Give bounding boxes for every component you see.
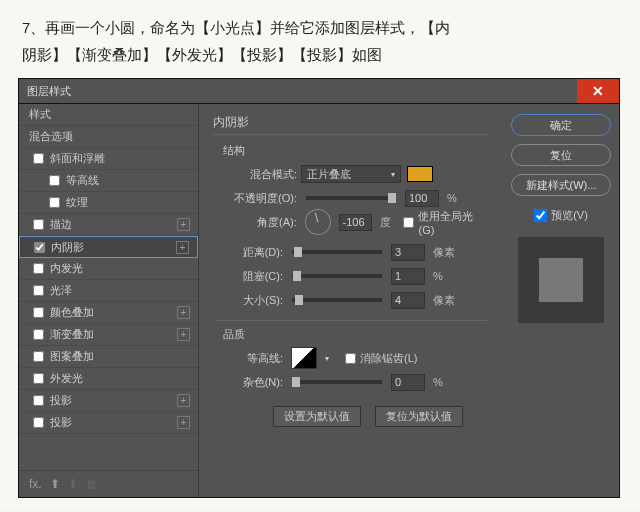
settings-panel: 内阴影 结构 混合模式: 正片叠底▾ 不透明度(O): 100 % 角度(A):…: [199, 104, 503, 497]
color-overlay-row[interactable]: 颜色叠加+: [19, 302, 198, 324]
add-drop-shadow-1-icon[interactable]: +: [177, 394, 190, 407]
distance-field: 距离(D): 3 像素: [227, 242, 489, 262]
size-input[interactable]: 4: [391, 292, 425, 309]
px-unit: 像素: [433, 245, 455, 260]
size-slider[interactable]: [292, 298, 382, 302]
noise-field: 杂色(N): 0 %: [227, 372, 489, 392]
move-down-icon[interactable]: ⬇: [68, 477, 78, 491]
preview-swatch: [539, 258, 583, 302]
chevron-down-icon: ▾: [391, 170, 395, 179]
texture-checkbox[interactable]: [49, 197, 60, 208]
pattern-overlay-row[interactable]: 图案叠加: [19, 346, 198, 368]
distance-input[interactable]: 3: [391, 244, 425, 261]
blend-options[interactable]: 混合选项: [19, 126, 198, 148]
noise-label: 杂色(N):: [227, 375, 283, 390]
distance-slider[interactable]: [292, 250, 382, 254]
contour-checkbox[interactable]: [49, 175, 60, 186]
effects-list-panel: 样式 混合选项 斜面和浮雕 等高线 纹理 描边+ 内阴影+ 内发光 光泽 颜色叠…: [19, 104, 199, 497]
blend-mode-dropdown[interactable]: 正片叠底▾: [301, 165, 401, 183]
percent-unit: %: [433, 376, 443, 388]
chevron-down-icon[interactable]: ▾: [325, 354, 329, 363]
add-inner-shadow-icon[interactable]: +: [176, 241, 189, 254]
gradient-overlay-checkbox[interactable]: [33, 329, 44, 340]
reset-default-button[interactable]: 复位为默认值: [375, 406, 463, 427]
opacity-slider[interactable]: [306, 196, 396, 200]
contour-label: 等高线:: [227, 351, 283, 366]
set-default-button[interactable]: 设置为默认值: [273, 406, 361, 427]
reset-button[interactable]: 复位: [511, 144, 611, 166]
move-up-icon[interactable]: ⬆: [50, 477, 60, 491]
drop-shadow-row-1[interactable]: 投影+: [19, 390, 198, 412]
instruction-text: 7、再画一个小圆，命名为【小光点】并给它添加图层样式，【内 阴影】【渐变叠加】【…: [0, 0, 640, 78]
bevel-checkbox[interactable]: [33, 153, 44, 164]
slider-thumb[interactable]: [293, 271, 301, 281]
add-gradient-overlay-icon[interactable]: +: [177, 328, 190, 341]
fx-menu-icon[interactable]: fx.: [29, 477, 42, 491]
shadow-color-swatch[interactable]: [407, 166, 433, 182]
degree-unit: 度: [380, 215, 391, 230]
inner-shadow-checkbox[interactable]: [34, 242, 45, 253]
inner-glow-checkbox[interactable]: [33, 263, 44, 274]
window-title: 图层样式: [27, 84, 71, 99]
angle-label: 角度(A):: [227, 215, 297, 230]
drop-shadow-2-checkbox[interactable]: [33, 417, 44, 428]
stroke-checkbox[interactable]: [33, 219, 44, 230]
styles-header[interactable]: 样式: [19, 104, 198, 126]
titlebar: 图层样式 ✕: [19, 79, 619, 103]
slider-thumb[interactable]: [388, 193, 396, 203]
section-title: 内阴影: [213, 114, 489, 135]
choke-slider[interactable]: [292, 274, 382, 278]
angle-dial[interactable]: [305, 209, 331, 235]
choke-label: 阻塞(C):: [227, 269, 283, 284]
bevel-emboss-row[interactable]: 斜面和浮雕: [19, 148, 198, 170]
outer-glow-row[interactable]: 外发光: [19, 368, 198, 390]
outer-glow-checkbox[interactable]: [33, 373, 44, 384]
angle-field: 角度(A): -106 度 使用全局光(G): [227, 212, 489, 232]
contour-row[interactable]: 等高线: [19, 170, 198, 192]
drop-shadow-1-checkbox[interactable]: [33, 395, 44, 406]
drop-shadow-row-2[interactable]: 投影+: [19, 412, 198, 434]
percent-unit: %: [433, 270, 443, 282]
global-light-checkbox[interactable]: 使用全局光(G): [403, 209, 489, 236]
new-style-button[interactable]: 新建样式(W)...: [511, 174, 611, 196]
preview-box: [518, 237, 604, 323]
list-footer: fx. ⬆ ⬇ 🗑: [19, 470, 198, 497]
close-icon: ✕: [592, 83, 604, 99]
delete-icon[interactable]: 🗑: [86, 477, 98, 491]
color-overlay-checkbox[interactable]: [33, 307, 44, 318]
opacity-input[interactable]: 100: [405, 190, 439, 207]
slider-thumb[interactable]: [294, 247, 302, 257]
anti-alias-checkbox[interactable]: 消除锯齿(L): [345, 351, 417, 366]
percent-unit: %: [447, 192, 457, 204]
noise-input[interactable]: 0: [391, 374, 425, 391]
inner-glow-row[interactable]: 内发光: [19, 258, 198, 280]
contour-picker[interactable]: [291, 347, 317, 369]
add-stroke-icon[interactable]: +: [177, 218, 190, 231]
contour-field: 等高线: ▾ 消除锯齿(L): [227, 348, 489, 368]
slider-thumb[interactable]: [295, 295, 303, 305]
texture-row[interactable]: 纹理: [19, 192, 198, 214]
gradient-overlay-row[interactable]: 渐变叠加+: [19, 324, 198, 346]
blend-mode-field: 混合模式: 正片叠底▾: [227, 164, 489, 184]
angle-input[interactable]: -106: [339, 214, 373, 231]
satin-row[interactable]: 光泽: [19, 280, 198, 302]
choke-field: 阻塞(C): 1 %: [227, 266, 489, 286]
pattern-overlay-checkbox[interactable]: [33, 351, 44, 362]
close-button[interactable]: ✕: [577, 79, 619, 103]
action-panel: 确定 复位 新建样式(W)... 预览(V): [503, 104, 619, 497]
px-unit: 像素: [433, 293, 455, 308]
inner-shadow-row[interactable]: 内阴影+: [19, 236, 198, 258]
ok-button[interactable]: 确定: [511, 114, 611, 136]
noise-slider[interactable]: [292, 380, 382, 384]
layer-style-dialog: 图层样式 ✕ 样式 混合选项 斜面和浮雕 等高线 纹理 描边+ 内阴影+ 内发光…: [18, 78, 620, 498]
preview-checkbox[interactable]: 预览(V): [534, 208, 588, 223]
quality-heading: 品质: [223, 327, 489, 342]
slider-thumb[interactable]: [292, 377, 300, 387]
satin-checkbox[interactable]: [33, 285, 44, 296]
choke-input[interactable]: 1: [391, 268, 425, 285]
distance-label: 距离(D):: [227, 245, 283, 260]
stroke-row[interactable]: 描边+: [19, 214, 198, 236]
structure-heading: 结构: [223, 143, 489, 158]
add-color-overlay-icon[interactable]: +: [177, 306, 190, 319]
add-drop-shadow-2-icon[interactable]: +: [177, 416, 190, 429]
